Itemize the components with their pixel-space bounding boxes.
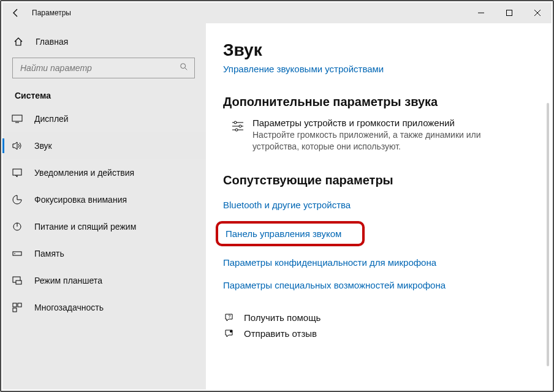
search-input[interactable] xyxy=(12,58,195,78)
get-help-link[interactable]: ? Получить помощь xyxy=(223,310,539,326)
sidebar-item-multitask[interactable]: Многозадачность xyxy=(2,294,206,321)
sidebar-item-label: Питание и спящий режим xyxy=(34,222,136,232)
titlebar: Параметры xyxy=(2,2,552,23)
sidebar-item-label: Память xyxy=(34,249,64,258)
sidebar-item-label: Дисплей xyxy=(34,114,69,124)
feedback-icon xyxy=(223,328,235,339)
sidebar-item-label: Уведомления и действия xyxy=(34,168,134,178)
advanced-sound-heading: Дополнительные параметры звука xyxy=(223,95,539,109)
sound-control-panel-link[interactable]: Панель управления звуком xyxy=(226,228,341,239)
mic-accessibility-link[interactable]: Параметры специальных возможностей микро… xyxy=(223,276,539,299)
sidebar-item-power[interactable]: Питание и спящий режим xyxy=(2,213,206,240)
maximize-button[interactable] xyxy=(495,2,523,23)
svg-point-4 xyxy=(181,64,186,69)
svg-point-23 xyxy=(235,129,238,131)
help-icon: ? xyxy=(223,312,235,323)
sidebar-item-display[interactable]: Дисплей xyxy=(2,105,206,132)
sidebar: Главная Система Дисплей xyxy=(2,23,206,390)
manage-devices-link[interactable]: Управление звуковыми устройствами xyxy=(223,64,539,74)
power-icon xyxy=(11,221,23,233)
app-volume-title: Параметры устройств и громкости приложен… xyxy=(252,118,485,128)
app-volume-desc: Настройте громкость приложений, а также … xyxy=(252,129,485,153)
mic-privacy-link[interactable]: Параметры конфиденциальности для микрофо… xyxy=(223,254,539,276)
svg-rect-6 xyxy=(12,115,22,121)
svg-point-25 xyxy=(230,330,232,333)
sidebar-item-label: Фокусировка внимания xyxy=(34,195,127,205)
sidebar-item-label: Звук xyxy=(34,141,52,151)
sidebar-item-sound[interactable]: Звук xyxy=(2,132,206,159)
back-button[interactable] xyxy=(2,2,29,23)
display-icon xyxy=(11,113,23,125)
sliders-icon xyxy=(223,118,252,134)
home-label: Главная xyxy=(36,37,68,47)
sidebar-item-label: Многозадачность xyxy=(34,303,104,312)
search-field[interactable] xyxy=(19,62,180,74)
bluetooth-link[interactable]: Bluetooth и другие устройства xyxy=(223,196,539,219)
get-help-label: Получить помощь xyxy=(244,312,321,323)
sidebar-item-focus[interactable]: Фокусировка внимания xyxy=(2,186,206,213)
svg-rect-16 xyxy=(18,303,21,307)
svg-rect-8 xyxy=(13,169,21,175)
svg-rect-15 xyxy=(13,303,17,307)
related-settings-heading: Сопутствующие параметры xyxy=(223,173,539,187)
svg-rect-17 xyxy=(13,308,17,312)
sound-icon xyxy=(11,140,23,152)
content-area: Звук Управление звуковыми устройствами Д… xyxy=(206,23,552,390)
feedback-link[interactable]: Отправить отзыв xyxy=(223,326,539,342)
window-title: Параметры xyxy=(29,9,71,17)
sidebar-item-tablet[interactable]: Режим планшета xyxy=(2,267,206,294)
svg-text:?: ? xyxy=(228,314,231,319)
sidebar-item-storage[interactable]: Память xyxy=(2,240,206,267)
highlight-annotation: Панель управления звуком xyxy=(216,221,365,246)
page-title: Звук xyxy=(223,40,539,60)
focus-icon xyxy=(11,194,23,206)
multitask-icon xyxy=(11,301,23,314)
scrollbar[interactable] xyxy=(547,103,549,366)
minimize-button[interactable] xyxy=(467,2,495,23)
storage-icon xyxy=(11,247,23,260)
svg-rect-1 xyxy=(507,10,512,16)
feedback-label: Отправить отзыв xyxy=(244,328,317,339)
notifications-icon xyxy=(11,167,23,179)
svg-point-21 xyxy=(239,125,241,127)
svg-rect-11 xyxy=(13,252,21,255)
search-icon xyxy=(180,62,188,74)
sidebar-item-notifications[interactable]: Уведомления и действия xyxy=(2,159,206,186)
home-link[interactable]: Главная xyxy=(2,29,206,54)
svg-rect-14 xyxy=(16,281,21,284)
tablet-icon xyxy=(11,274,23,287)
sidebar-item-label: Режим планшета xyxy=(34,276,102,285)
svg-point-19 xyxy=(234,121,237,124)
home-icon xyxy=(12,36,25,48)
svg-line-5 xyxy=(185,68,188,70)
sidebar-section-label: Система xyxy=(2,85,206,105)
close-button[interactable] xyxy=(523,2,552,23)
svg-point-12 xyxy=(14,253,15,254)
app-volume-link[interactable]: Параметры устройств и громкости приложен… xyxy=(223,118,539,153)
